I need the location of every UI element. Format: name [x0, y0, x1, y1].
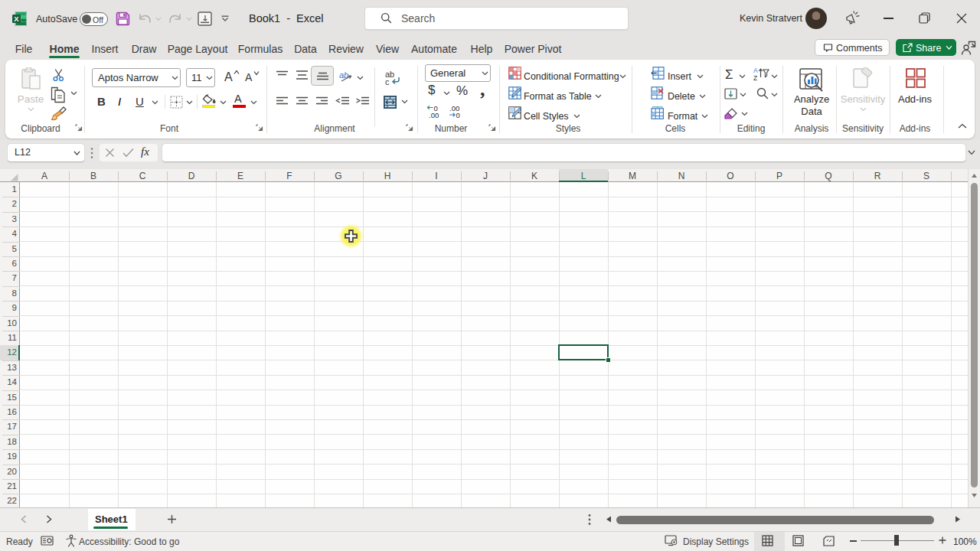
- svg-text:X: X: [14, 15, 19, 23]
- svg-text:.00: .00: [429, 111, 439, 119]
- svg-text:c: c: [385, 77, 390, 86]
- svg-text:Z: Z: [753, 74, 757, 81]
- svg-text:A: A: [753, 67, 758, 74]
- svg-text:0: 0: [456, 111, 460, 119]
